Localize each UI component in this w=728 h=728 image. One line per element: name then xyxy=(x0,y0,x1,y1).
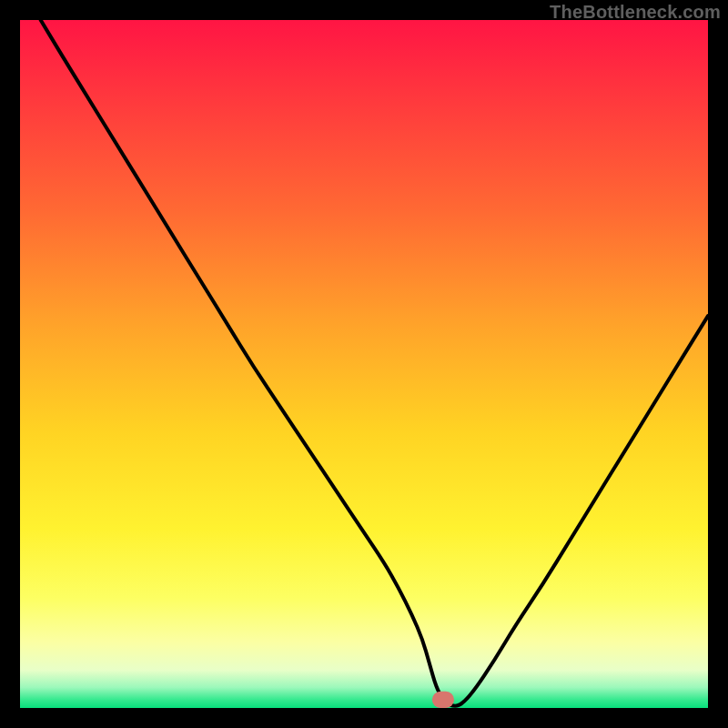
optimal-marker xyxy=(432,692,454,708)
bottleneck-chart xyxy=(20,20,708,708)
chart-frame: TheBottleneck.com xyxy=(0,0,728,728)
gradient-background xyxy=(20,20,708,708)
watermark-text: TheBottleneck.com xyxy=(550,2,721,23)
